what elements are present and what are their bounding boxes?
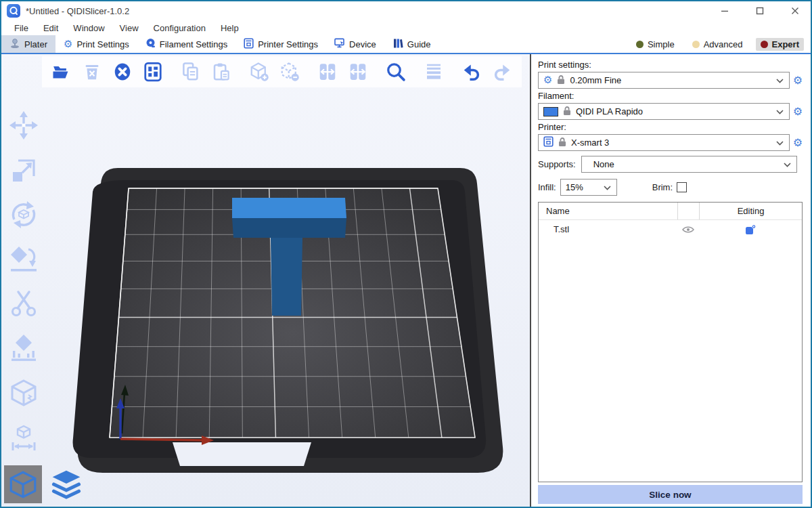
chevron-down-icon bbox=[776, 75, 784, 85]
supports-value: None bbox=[587, 159, 779, 169]
supports-combo[interactable]: None bbox=[581, 156, 797, 173]
mode-simple[interactable]: Simple bbox=[631, 38, 679, 51]
printer-value: X-smart 3 bbox=[571, 137, 771, 148]
title-bar: *Untitled - QIDISlicer-1.0.2 bbox=[1, 1, 811, 20]
filament-label: Filament: bbox=[538, 91, 803, 101]
menu-file[interactable]: File bbox=[7, 23, 36, 33]
chevron-down-icon bbox=[604, 182, 611, 192]
menu-bar: File Edit Window View Configuration Help bbox=[1, 20, 811, 35]
menu-configuration[interactable]: Configuration bbox=[146, 23, 213, 33]
tab-label: Guide bbox=[407, 39, 431, 49]
print-settings-value: 0.20mm Fine bbox=[570, 75, 771, 85]
printer-combo[interactable]: X-smart 3 bbox=[538, 134, 790, 151]
split-to-parts-button[interactable] bbox=[344, 58, 372, 86]
edit-object-icon[interactable] bbox=[699, 220, 802, 238]
delete-all-button[interactable] bbox=[108, 58, 137, 86]
cut-tool-button[interactable] bbox=[8, 289, 39, 320]
mode-advanced[interactable]: Advanced bbox=[687, 38, 748, 51]
infill-combo[interactable]: 15% bbox=[560, 179, 617, 196]
device-icon bbox=[334, 38, 345, 50]
mode-expert[interactable]: Expert bbox=[756, 38, 804, 51]
slice-now-button[interactable]: Slice now bbox=[538, 485, 803, 504]
printer-gear-button[interactable]: ⚙ bbox=[793, 137, 803, 148]
filament-color-swatch bbox=[543, 107, 558, 117]
object-row[interactable]: T.stl bbox=[539, 220, 802, 238]
object-list-header: Name Editing bbox=[539, 203, 802, 220]
chevron-down-icon bbox=[784, 159, 791, 169]
tab-label: Device bbox=[349, 39, 376, 49]
copy-button[interactable] bbox=[177, 58, 205, 86]
menu-help[interactable]: Help bbox=[213, 23, 246, 33]
tab-label: Printer Settings bbox=[258, 39, 318, 49]
measure-tool-button[interactable] bbox=[8, 423, 39, 454]
gear-icon: ⚙ bbox=[64, 39, 72, 49]
menu-edit[interactable]: Edit bbox=[36, 23, 66, 33]
column-visibility bbox=[677, 203, 699, 219]
minimize-button[interactable] bbox=[716, 3, 734, 18]
filament-gear-button[interactable]: ⚙ bbox=[793, 106, 803, 117]
variable-layer-height-button[interactable] bbox=[420, 58, 448, 86]
split-to-objects-button[interactable] bbox=[313, 58, 342, 86]
app-logo-icon bbox=[7, 4, 20, 18]
print-settings-label: Print settings: bbox=[538, 60, 803, 70]
add-instance-button[interactable] bbox=[245, 58, 273, 86]
expert-dot-icon bbox=[761, 41, 768, 48]
delete-button[interactable] bbox=[78, 58, 106, 86]
chevron-down-icon bbox=[776, 106, 784, 117]
brim-checkbox[interactable] bbox=[677, 182, 687, 192]
brim-label: Brim: bbox=[652, 182, 673, 192]
window-title: *Untitled - QIDISlicer-1.0.2 bbox=[26, 6, 129, 16]
tab-printer-settings[interactable]: Printer Settings bbox=[235, 35, 326, 53]
printer-icon bbox=[244, 38, 254, 51]
tab-label: Plater bbox=[24, 39, 47, 49]
place-on-face-tool-button[interactable] bbox=[8, 244, 39, 275]
open-button[interactable] bbox=[47, 58, 76, 86]
plater-toolbar bbox=[42, 56, 522, 87]
lock-icon bbox=[558, 137, 566, 149]
print-settings-combo[interactable]: ⚙ 0.20mm Fine bbox=[538, 72, 790, 89]
tab-print-settings[interactable]: ⚙ Print Settings bbox=[55, 35, 137, 53]
3d-viewport[interactable] bbox=[1, 54, 530, 507]
infill-label: Infill: bbox=[538, 182, 556, 192]
3d-scene[interactable] bbox=[1, 54, 530, 507]
menu-window[interactable]: Window bbox=[66, 23, 112, 33]
view-switch bbox=[4, 465, 85, 503]
tab-guide[interactable]: Guide bbox=[384, 35, 439, 53]
mode-label: Expert bbox=[772, 39, 799, 49]
tab-filament-settings[interactable]: Filament Settings bbox=[137, 35, 235, 53]
settings-panel: Print settings: ⚙ 0.20mm Fine ⚙ Filament… bbox=[531, 54, 811, 507]
seam-painting-tool-button[interactable] bbox=[8, 378, 39, 409]
tab-device[interactable]: Device bbox=[326, 35, 384, 53]
paste-button[interactable] bbox=[207, 58, 235, 86]
filament-value: QIDI PLA Rapido bbox=[576, 106, 771, 117]
gear-icon: ⚙ bbox=[543, 75, 552, 85]
eye-icon[interactable] bbox=[677, 220, 699, 238]
3d-editor-view-button[interactable] bbox=[4, 465, 42, 503]
guide-icon bbox=[392, 38, 403, 51]
simple-dot-icon bbox=[636, 41, 644, 48]
app-window: *Untitled - QIDISlicer-1.0.2 File Edit W… bbox=[0, 0, 812, 508]
arrange-button[interactable] bbox=[139, 58, 167, 86]
redo-button[interactable] bbox=[488, 58, 516, 86]
object-name: T.stl bbox=[539, 224, 677, 234]
paint-on-supports-tool-button[interactable] bbox=[8, 333, 39, 364]
printer-label: Printer: bbox=[538, 122, 803, 132]
undo-button[interactable] bbox=[457, 58, 486, 86]
tab-plater[interactable]: Plater bbox=[1, 35, 55, 53]
maximize-button[interactable] bbox=[751, 3, 769, 18]
search-button[interactable] bbox=[382, 58, 410, 86]
menu-view[interactable]: View bbox=[112, 23, 146, 33]
scale-tool-button[interactable] bbox=[8, 154, 39, 186]
preview-sliced-layers-button[interactable] bbox=[47, 465, 85, 503]
remove-instance-button[interactable] bbox=[275, 58, 304, 86]
rotate-tool-button[interactable] bbox=[8, 199, 39, 230]
column-editing: Editing bbox=[699, 203, 802, 219]
close-button[interactable] bbox=[786, 3, 804, 18]
filament-combo[interactable]: QIDI PLA Rapido bbox=[538, 103, 790, 120]
gizmo-toolbar bbox=[1, 110, 46, 454]
move-tool-button[interactable] bbox=[8, 110, 39, 141]
print-settings-gear-button[interactable]: ⚙ bbox=[793, 75, 803, 86]
chevron-down-icon bbox=[776, 137, 784, 148]
object-list: Name Editing T.stl bbox=[538, 202, 803, 482]
mode-label: Simple bbox=[648, 39, 675, 49]
